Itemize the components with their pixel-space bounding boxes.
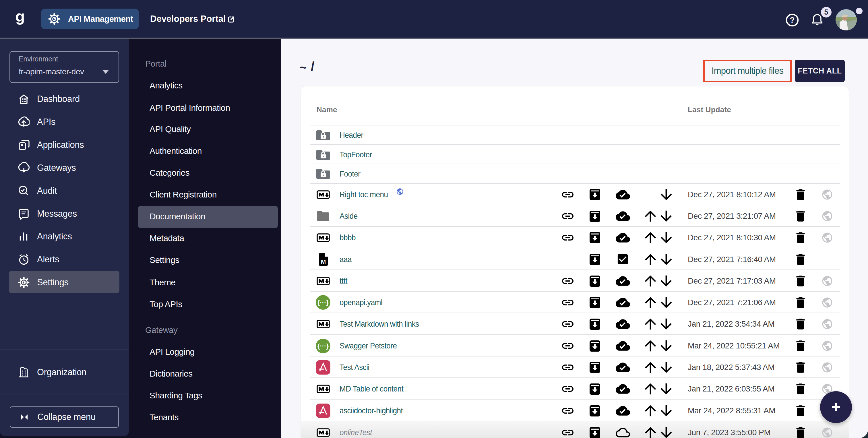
svg-text:M: M	[321, 258, 326, 265]
svg-text:{···}: {···}	[317, 342, 329, 350]
svg-text:{···}: {···}	[317, 299, 329, 306]
